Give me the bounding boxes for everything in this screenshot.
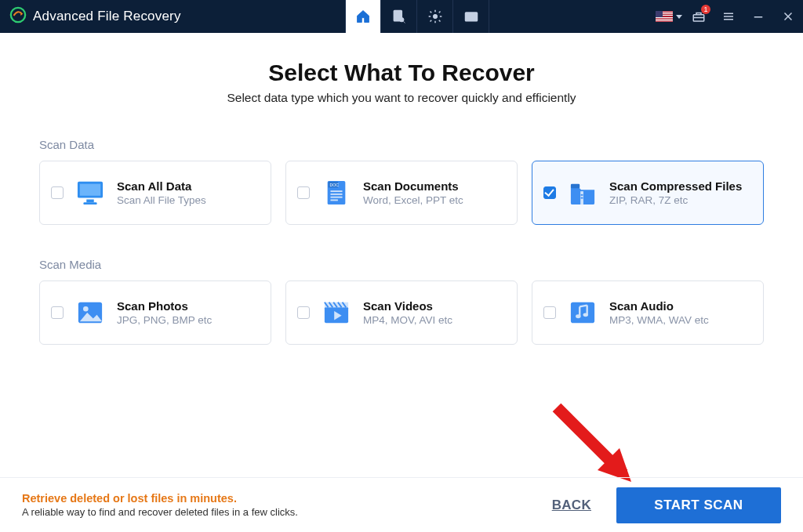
card-scan-photos[interactable]: Scan Photos JPG, PNG, BMP etc xyxy=(39,280,271,345)
notification-badge: 1 xyxy=(701,5,710,14)
mail-icon xyxy=(463,9,479,24)
checkbox-scan-all-data[interactable] xyxy=(51,186,64,199)
svg-point-32 xyxy=(83,306,89,312)
checkbox-scan-photos[interactable] xyxy=(51,306,64,319)
svg-rect-29 xyxy=(581,194,583,196)
language-selector[interactable] xyxy=(654,0,684,33)
video-icon xyxy=(321,299,352,327)
app-logo-icon xyxy=(9,6,27,27)
card-scan-audio[interactable]: Scan Audio MP3, WMA, WAV etc xyxy=(532,280,764,345)
minimize-button[interactable] xyxy=(743,0,773,33)
menu-button[interactable] xyxy=(714,0,743,33)
card-sub: MP4, MOV, AVI etc xyxy=(363,314,452,326)
minimize-icon xyxy=(751,9,765,24)
back-button[interactable]: BACK xyxy=(552,498,591,513)
promo-subtitle: A reliable way to find and recover delet… xyxy=(22,506,298,518)
close-icon xyxy=(781,9,795,24)
svg-line-5 xyxy=(403,21,405,23)
svg-rect-23 xyxy=(330,190,342,192)
card-title: Scan Photos xyxy=(117,299,212,313)
svg-rect-18 xyxy=(86,200,93,203)
card-sub: Word, Excel, PPT etc xyxy=(363,194,463,206)
flag-us-icon xyxy=(656,11,673,22)
gear-icon xyxy=(427,9,443,24)
svg-rect-17 xyxy=(80,184,100,196)
header-tabs xyxy=(345,0,489,33)
svg-text:DOC: DOC xyxy=(330,183,340,187)
page-title: Select What To Recover xyxy=(39,60,764,86)
card-title: Scan Audio xyxy=(609,299,709,313)
document-icon: DOC xyxy=(321,179,352,207)
svg-rect-24 xyxy=(330,194,342,195)
card-sub: Scan All File Types xyxy=(117,194,206,206)
svg-rect-19 xyxy=(84,202,97,204)
card-title: Scan Videos xyxy=(363,299,452,313)
card-title: Scan Documents xyxy=(363,179,463,193)
zip-icon xyxy=(567,179,598,207)
card-title: Scan Compressed Files xyxy=(609,179,742,193)
card-scan-compressed[interactable]: Scan Compressed Files ZIP, RAR, 7Z etc xyxy=(532,161,764,225)
svg-point-0 xyxy=(11,8,25,22)
titlebar: Advanced File Recovery 1 xyxy=(0,0,803,33)
photo-icon xyxy=(74,299,106,327)
tab-mail[interactable] xyxy=(453,0,489,33)
section-label-data: Scan Data xyxy=(39,138,764,151)
app-title: Advanced File Recovery xyxy=(33,9,181,24)
svg-point-36 xyxy=(576,314,581,318)
tab-home[interactable] xyxy=(345,0,381,33)
svg-line-38 xyxy=(557,407,623,474)
svg-rect-25 xyxy=(330,197,342,198)
footer: Retrieve deleted or lost files in minute… xyxy=(0,477,803,532)
file-search-icon xyxy=(391,9,407,24)
card-sub: ZIP, RAR, 7Z etc xyxy=(609,194,742,206)
svg-point-4 xyxy=(399,18,403,22)
card-scan-documents[interactable]: DOC Scan Documents Word, Excel, PPT etc xyxy=(285,161,518,225)
chevron-down-icon xyxy=(676,15,682,19)
checkbox-scan-documents[interactable] xyxy=(297,186,310,199)
svg-rect-30 xyxy=(581,197,583,199)
tab-file-search[interactable] xyxy=(381,0,417,33)
svg-point-37 xyxy=(583,313,588,317)
audio-icon xyxy=(567,299,598,327)
close-button[interactable] xyxy=(773,0,803,33)
card-scan-all-data[interactable]: Scan All Data Scan All File Types xyxy=(39,161,271,225)
tab-settings[interactable] xyxy=(417,0,453,33)
toolbox-button[interactable]: 1 xyxy=(684,0,714,33)
checkbox-scan-compressed[interactable] xyxy=(543,186,556,199)
card-scan-videos[interactable]: Scan Videos MP4, MOV, AVI etc xyxy=(285,280,518,345)
checkbox-scan-audio[interactable] xyxy=(543,306,556,319)
home-icon xyxy=(355,9,371,24)
section-label-media: Scan Media xyxy=(39,258,764,271)
start-scan-button[interactable]: START SCAN xyxy=(616,487,781,523)
promo-title: Retrieve deleted or lost files in minute… xyxy=(22,492,298,505)
svg-rect-27 xyxy=(571,184,580,189)
card-sub: JPG, PNG, BMP etc xyxy=(117,314,212,326)
card-title: Scan All Data xyxy=(117,179,206,193)
card-sub: MP3, WMA, WAV etc xyxy=(609,314,709,326)
svg-point-6 xyxy=(433,14,437,18)
svg-rect-26 xyxy=(330,200,337,201)
checkbox-scan-videos[interactable] xyxy=(297,306,310,319)
monitor-icon xyxy=(74,179,106,207)
page-subtitle: Select data type which you want to recov… xyxy=(39,91,764,105)
hamburger-icon xyxy=(721,9,736,24)
